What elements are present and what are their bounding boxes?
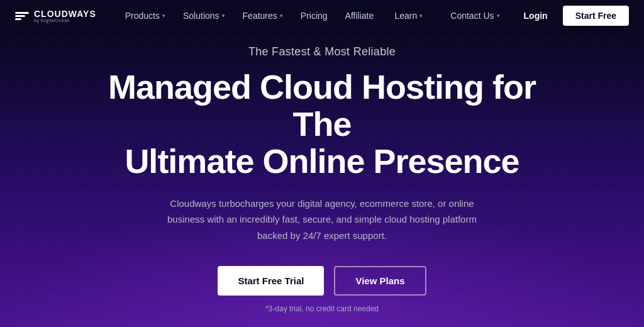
logo-name: CLOUDWAYS xyxy=(34,9,96,18)
hero-buttons: Start Free Trial View Plans xyxy=(99,266,545,296)
nav-solutions[interactable]: Solutions ▾ xyxy=(174,0,234,31)
hero-section: The Fastest & Most Reliable Managed Clou… xyxy=(0,31,644,327)
login-button[interactable]: Login xyxy=(519,11,553,21)
navbar-right: Learn ▾ Contact Us ▾ Login Start Free xyxy=(386,0,629,31)
logo[interactable]: CLOUDWAYS by DigitalOcean xyxy=(15,9,96,23)
navbar-left: CLOUDWAYS by DigitalOcean Products ▾ Sol… xyxy=(15,0,382,31)
chevron-down-icon: ▾ xyxy=(497,13,500,19)
nav-links: Products ▾ Solutions ▾ Features ▾ Pricin… xyxy=(116,0,383,31)
trial-note: *3-day trial, no credit card needed xyxy=(99,304,545,313)
chevron-down-icon: ▾ xyxy=(162,13,165,19)
nav-affiliate[interactable]: Affiliate xyxy=(336,0,383,31)
start-free-button[interactable]: Start Free xyxy=(563,6,629,26)
logo-sub: by DigitalOcean xyxy=(34,18,96,23)
chevron-down-icon: ▾ xyxy=(280,13,283,19)
navbar: CLOUDWAYS by DigitalOcean Products ▾ Sol… xyxy=(0,0,644,31)
nav-products[interactable]: Products ▾ xyxy=(116,0,174,31)
nav-learn[interactable]: Learn ▾ xyxy=(386,0,431,31)
view-plans-button[interactable]: View Plans xyxy=(334,266,426,296)
hero-subtitle: The Fastest & Most Reliable xyxy=(99,45,545,58)
logo-icon xyxy=(15,12,29,20)
nav-features[interactable]: Features ▾ xyxy=(234,0,292,31)
logo-text: CLOUDWAYS by DigitalOcean xyxy=(34,9,96,23)
hero-content: The Fastest & Most Reliable Managed Clou… xyxy=(86,45,558,314)
nav-contact-us[interactable]: Contact Us ▾ xyxy=(441,0,508,31)
hero-description: Cloudways turbocharges your digital agen… xyxy=(152,196,492,244)
start-free-trial-button[interactable]: Start Free Trial xyxy=(218,266,324,296)
chevron-down-icon: ▾ xyxy=(419,13,423,19)
chevron-down-icon: ▾ xyxy=(222,13,225,19)
nav-pricing[interactable]: Pricing xyxy=(292,0,336,31)
hero-title: Managed Cloud Hosting for The Ultimate O… xyxy=(99,69,545,180)
